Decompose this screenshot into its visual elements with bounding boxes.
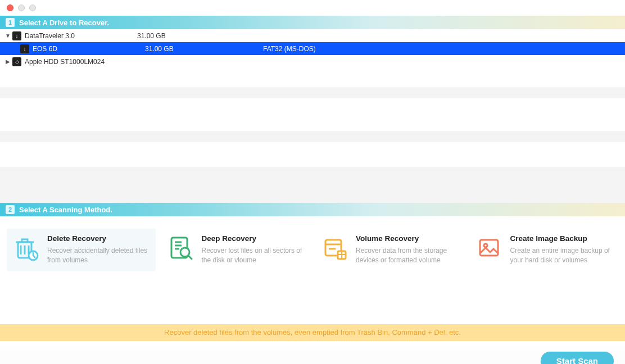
drive-filesystem: FAT32 (MS-DOS) [263, 45, 432, 53]
drive-expander-icon[interactable]: ▶ [4, 58, 11, 65]
method-deep[interactable]: Deep Recovery Recover lost files on all … [161, 229, 310, 271]
volume-icon [321, 234, 348, 261]
method-title: Delete Recovery [47, 234, 150, 243]
separator-band [0, 87, 625, 98]
drive-size: 31.00 GB [137, 32, 255, 40]
drive-icon: ↓ [20, 44, 29, 53]
method-image[interactable]: Create Image Backup Create an entire ima… [470, 229, 619, 271]
method-description: Create an entire image backup of your ha… [510, 246, 613, 266]
method-delete[interactable]: Delete Recovery Recover accidentally del… [7, 229, 156, 271]
method-volume[interactable]: Volume Recovery Recover data from the st… [315, 229, 464, 271]
drive-name: EOS 6D [33, 45, 145, 53]
method-title: Volume Recovery [356, 234, 459, 243]
section-2-header: 2 Select A Scanning Method. [0, 203, 625, 216]
hint-text: Recover deleted files from the volumes, … [164, 328, 461, 336]
drive-list: ▼ ↓ DataTraveler 3.0 31.00 GB ↓ EOS 6D 3… [0, 29, 625, 68]
window-close-button[interactable] [7, 4, 13, 11]
hint-bar: Recover deleted files from the volumes, … [0, 324, 625, 341]
image-icon [475, 234, 502, 261]
window-zoom-button[interactable] [29, 4, 36, 11]
separator-band [0, 167, 625, 203]
drive-icon: ◇ [12, 57, 21, 66]
method-description: Recover data from the storage devices or… [356, 246, 459, 266]
section-2-number: 2 [6, 205, 15, 214]
svg-rect-6 [480, 240, 498, 256]
drive-row[interactable]: ↓ EOS 6D 31.00 GB FAT32 (MS-DOS) [0, 42, 625, 55]
window-minimize-button[interactable] [18, 4, 25, 11]
section-2-title: Select A Scanning Method. [19, 206, 112, 214]
section-1-title: Select A Drive to Recover. [19, 19, 109, 27]
drive-icon: ↓ [12, 31, 21, 40]
section-1-number: 1 [6, 18, 15, 27]
scanning-method-list: Delete Recovery Recover accidentally del… [0, 216, 625, 284]
method-description: Recover lost files on all sectors of the… [202, 246, 305, 266]
drive-name: Apple HDD ST1000LM024 [25, 58, 137, 66]
drive-name: DataTraveler 3.0 [25, 32, 137, 40]
start-scan-button[interactable]: Start Scan [541, 352, 614, 364]
deep-icon [167, 234, 194, 261]
separator-band [0, 131, 625, 142]
section-1-header: 1 Select A Drive to Recover. [0, 16, 625, 29]
footer: Start Scan [0, 341, 625, 364]
drive-expander-icon[interactable]: ▼ [4, 33, 11, 39]
method-description: Recover accidentally deleted files from … [47, 246, 150, 266]
drive-row[interactable]: ▼ ↓ DataTraveler 3.0 31.00 GB [0, 29, 625, 42]
drive-row[interactable]: ▶ ◇ Apple HDD ST1000LM024 [0, 55, 625, 68]
method-title: Deep Recovery [202, 234, 305, 243]
delete-icon [12, 234, 39, 261]
window-titlebar [0, 0, 625, 16]
drive-size: 31.00 GB [145, 45, 263, 53]
method-title: Create Image Backup [510, 234, 613, 243]
